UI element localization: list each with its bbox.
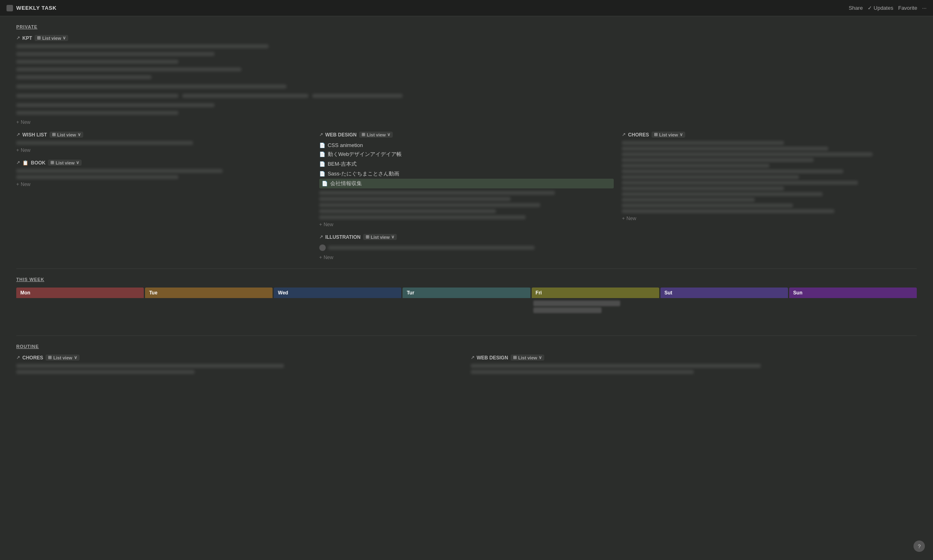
web-design-blur-5: [319, 215, 526, 219]
chores-chevron: ∨: [680, 132, 683, 137]
chores-new-label: New: [626, 216, 636, 221]
wish-list-blur-1: [16, 141, 193, 145]
chores-view-icon: ⊞: [654, 132, 658, 137]
book-blur-2: [16, 175, 178, 179]
book-new-label: New: [21, 182, 30, 187]
chores-blur-10: [622, 192, 822, 196]
routine-web-design-content: [471, 364, 917, 374]
chores-blur-2: [622, 147, 828, 151]
doc-icon-1: 📄: [319, 143, 325, 148]
day-header-sun: Sun: [789, 288, 917, 298]
routine-chores-expand-icon[interactable]: ↗: [16, 355, 20, 360]
web-design-item-2: 動くWebデザインアイデイア帳: [328, 151, 402, 158]
day-col-wed: Wed: [274, 288, 401, 323]
web-design-blur-4: [319, 209, 496, 213]
chores-blur-11: [622, 198, 755, 202]
kpt-expand-icon[interactable]: ↗: [16, 35, 20, 41]
book-new-button[interactable]: + New: [16, 182, 311, 187]
routine-chores-header: ↗ CHORES ⊞ List view ∨: [16, 355, 463, 361]
routine-chores-blur-2: [16, 370, 195, 374]
topbar-right: Share ✓ Updates Favorite ···: [849, 5, 927, 11]
day-content-mon: [16, 299, 144, 323]
kpt-blur-3: [16, 60, 178, 64]
day-header-wed: Wed: [274, 288, 401, 298]
day-content-fri: [532, 299, 659, 323]
illustration-expand-icon[interactable]: ↗: [319, 234, 323, 240]
book-title: BOOK: [31, 160, 45, 166]
day-header-tue: Tue: [145, 288, 273, 298]
illustration-content: [319, 243, 614, 252]
share-button[interactable]: Share: [849, 5, 863, 11]
topbar-left: WEEKLY TASK: [6, 5, 56, 11]
favorite-button[interactable]: Favorite: [898, 5, 917, 11]
help-button[interactable]: ?: [914, 541, 925, 552]
fri-task-2: [533, 307, 602, 313]
this-week-section: THIS WEEK Mon Tue Wed Tur: [16, 277, 917, 323]
chores-blur-13: [622, 209, 834, 213]
chores-view-tag[interactable]: ⊞ List view ∨: [652, 132, 685, 138]
routine-section: ROUTINE ↗ CHORES ⊞ List view ∨: [16, 344, 917, 376]
wish-list-view-tag[interactable]: ⊞ List view ∨: [50, 132, 83, 138]
book-view-tag[interactable]: ⊞ List view ∨: [48, 160, 82, 166]
kpt-blur-4: [16, 67, 241, 71]
chores-blur-1: [622, 141, 784, 145]
main-content: PRIVATE ↗ KPT ⊞ List view ∨: [0, 16, 933, 384]
kpt-blur-1: [16, 44, 268, 48]
wish-list-expand-icon[interactable]: ↗: [16, 132, 20, 137]
book-header: ↗ 📋 BOOK ⊞ List view ∨: [16, 160, 311, 166]
web-design-item-4: Sass-たにぐちまことさん動画: [328, 170, 399, 177]
chores-view-label: List view: [659, 132, 678, 137]
kpt-blur-5: [16, 75, 152, 79]
web-design-view-tag[interactable]: ⊞ List view ∨: [359, 132, 393, 138]
illustration-header: ↗ ILLUSTRATION ⊞ List view ∨: [319, 234, 614, 240]
web-design-column: ↗ WEB DESIGN ⊞ List view ∨ 📄 CSS animeti…: [319, 132, 614, 260]
kpt-title: KPT: [22, 35, 32, 41]
day-content-tur: [403, 299, 530, 323]
illustration-view-icon: ⊞: [366, 234, 369, 240]
web-design-title: WEB DESIGN: [325, 132, 357, 138]
illustration-blur-1: [328, 246, 535, 250]
illustration-section: ↗ ILLUSTRATION ⊞ List view ∨ +: [319, 234, 614, 260]
doc-icon-5: 📄: [322, 181, 328, 186]
routine-chores-view-tag[interactable]: ⊞ List view ∨: [45, 355, 79, 361]
kpt-new-label: New: [21, 119, 30, 125]
book-subsection: ↗ 📋 BOOK ⊞ List view ∨ + New: [16, 160, 311, 187]
kpt-blur-9: [312, 94, 403, 98]
illustration-new-button[interactable]: + New: [319, 255, 614, 260]
private-section-label: PRIVATE: [16, 24, 917, 29]
kpt-new-button[interactable]: + New: [16, 119, 917, 125]
routine-web-design-header: ↗ WEB DESIGN ⊞ List view ∨: [471, 355, 917, 361]
day-col-fri: Fri: [532, 288, 659, 323]
doc-icon-3: 📄: [319, 161, 325, 167]
web-design-expand-icon[interactable]: ↗: [319, 132, 323, 137]
chores-title: CHORES: [628, 132, 649, 138]
updates-button[interactable]: ✓ Updates: [868, 5, 893, 11]
illustration-view-tag[interactable]: ⊞ List view ∨: [363, 234, 397, 240]
routine-web-design-view-icon: ⊞: [513, 355, 517, 360]
wish-list-header: ↗ WISH LIST ⊞ List view ∨: [16, 132, 311, 138]
chores-new-button[interactable]: + New: [622, 216, 917, 221]
kpt-view-tag[interactable]: ⊞ List view ∨: [35, 35, 68, 41]
book-view-icon: ⊞: [50, 160, 54, 165]
routine-chores-chevron: ∨: [74, 355, 77, 360]
wish-list-new-button[interactable]: + New: [16, 147, 311, 153]
this-week-label: THIS WEEK: [16, 277, 917, 282]
kpt-blur-11: [16, 111, 178, 115]
doc-icon-2: 📄: [319, 151, 325, 157]
web-design-new-button[interactable]: + New: [319, 222, 614, 227]
app-title: WEEKLY TASK: [16, 5, 56, 11]
chores-plus-icon: +: [622, 216, 625, 221]
routine-web-design-expand-icon[interactable]: ↗: [471, 355, 474, 360]
day-col-tur: Tur: [403, 288, 530, 323]
routine-chores-view-label: List view: [53, 355, 72, 360]
private-mid-row: ↗ WISH LIST ⊞ List view ∨ + New ↗ 📋: [16, 132, 917, 260]
book-expand-icon[interactable]: ↗: [16, 160, 20, 165]
illustration-new-label: New: [324, 255, 333, 260]
day-col-mon: Mon: [16, 288, 144, 323]
routine-columns: ↗ CHORES ⊞ List view ∨ ↗ WEB DESI: [16, 355, 917, 376]
app-logo: [6, 5, 13, 11]
more-button[interactable]: ···: [922, 5, 927, 11]
chores-expand-icon[interactable]: ↗: [622, 132, 626, 137]
routine-web-design-view-tag[interactable]: ⊞ List view ∨: [511, 355, 544, 361]
day-header-mon: Mon: [16, 288, 144, 298]
